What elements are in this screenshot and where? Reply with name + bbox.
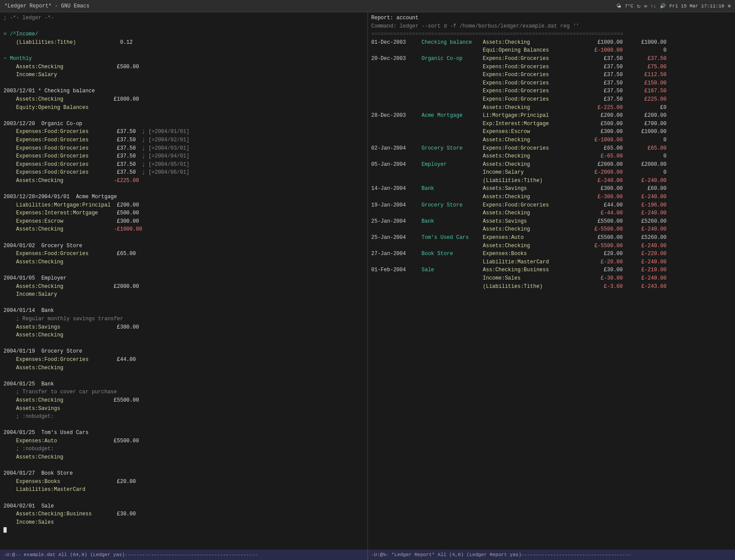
main-area: ; -*- ledger -*- = /^Income/ (Liabilitie… xyxy=(0,12,735,550)
report-row: Assets:Checking£-1000.000 xyxy=(371,136,732,144)
report-row: (Liabilities:Tithe)£-240.00£-240.00 xyxy=(371,177,732,185)
title-bar: *Ledger Report* - GNU Emacs 🌤 7°C ↻ ✉ ↑↓… xyxy=(0,0,735,12)
report-row: 27-Jan-2004Book StoreExpenses:Books£20.0… xyxy=(371,250,732,258)
report-row: 28-Dec-2003Acme MortgageLi:Mortgage:Prin… xyxy=(371,112,732,120)
line-escrow: Expenses:Escrow £300.00 xyxy=(4,217,364,226)
line-sale: 2004/02/01 Sale xyxy=(4,502,364,511)
report-row: Assets:Checking£-300.00£-240.00 xyxy=(371,193,732,201)
line-assets-checking-neg: Assets:Checking -£225.00 xyxy=(4,177,364,185)
line-assets-checking: Assets:Checking £500.00 xyxy=(4,63,364,71)
line-savings-comment: ; Regular monthly savings transfer xyxy=(4,315,364,323)
report-row: Assets:Checking£-225.00£0 xyxy=(371,104,732,112)
report-row: 19-Jan-2004Grocery StoreExpens:Food:Groc… xyxy=(371,201,732,210)
report-row: Expens:Food:Groceries£37.50£112.50 xyxy=(371,71,732,79)
line-blank10 xyxy=(4,372,364,380)
line-checking-ref3: Assets:Checking xyxy=(4,453,364,462)
line-book-store: 2004/01/27 Book Store xyxy=(4,469,364,478)
refresh-icon[interactable]: ↻ xyxy=(637,2,640,10)
line-groceries-1: Expenses:Food:Groceries £37.50 ; [=2004/… xyxy=(4,128,364,136)
right-pane-content: Report: account Command: ledger --sort d… xyxy=(371,14,732,290)
report-row: Assets:Checking£-5500.00£-240.00 xyxy=(371,242,732,250)
window-title: *Ledger Report* - GNU Emacs xyxy=(4,3,89,9)
line-blank4 xyxy=(4,112,364,120)
status-left-text: -U:@-- example.dat All (64,0) (Ledger ya… xyxy=(4,552,258,557)
report-command: Command: ledger --sort d -f /home/borbus… xyxy=(371,22,732,31)
line-equity: Equity:Opening Balances xyxy=(4,104,364,112)
line-blank5 xyxy=(4,185,364,193)
title-bar-right: 🌤 7°C ↻ ✉ ↑↓ 🔊 Fri 15 Mar 17:11:19 ⚙ xyxy=(616,2,731,10)
network-icon: ↑↓ xyxy=(651,4,656,9)
line-mortgage-principal: Liabilities:Mortgage:Principal £200.00 xyxy=(4,201,364,210)
line-groceries-5: Expenses:Food:Groceries £37.50 ; [=2004/… xyxy=(4,161,364,169)
line-groceries-44: Expenses:Food:Groceries £44.00 xyxy=(4,356,364,364)
line-groceries-6: Expenses:Food:Groceries £37.50 ; [=2004/… xyxy=(4,168,364,177)
line-assets-checking-1000: Assets:Checking £1000.00 xyxy=(4,95,364,104)
line-groceries-2: Expenses:Food:Groceries £37.50 ; [=2004/… xyxy=(4,136,364,144)
line-tithe: (Liabilities:Tithe) 0.12 xyxy=(4,38,364,47)
report-row: Expens:Food:Groceries£37.50£150.00 xyxy=(371,79,732,88)
line-groceries-4: Expenses:Food:Groceries £37.50 ; [=2004/… xyxy=(4,152,364,161)
report-row: Equi:Opening Balances£-1000.000 xyxy=(371,46,732,55)
left-pane-content: ; -*- ledger -*- = /^Income/ (Liabilitie… xyxy=(4,14,364,535)
line-income-rule: = /^Income/ xyxy=(4,30,364,38)
line-mastercard: Liabilities:MasterCard xyxy=(4,486,364,494)
line-blank7 xyxy=(4,266,364,274)
status-right-text: -U:@%- *Ledger Report* All (4,0) (Ledger… xyxy=(371,552,631,557)
line-nobudget2: ; :nobudget: xyxy=(4,445,364,453)
line-toms-cars: 2004/01/25 Tom's Used Cars xyxy=(4,429,364,437)
report-row: 01-Dec-2003Checking balanceAssets:Checki… xyxy=(371,38,732,47)
line-income-salary: Income:Salary xyxy=(4,71,364,79)
line-blank3 xyxy=(4,79,364,88)
line-blank11 xyxy=(4,421,364,429)
line-savings-ref: Assets:Savings xyxy=(4,405,364,413)
line-income-sales: Income:Sales xyxy=(4,518,364,527)
line-employer: 2004/01/05 Employer xyxy=(4,274,364,283)
report-row: 14-Jan-2004BankAssets:Savings£300.00£60.… xyxy=(371,185,732,193)
line-income-salary2: Income:Salary xyxy=(4,290,364,299)
line-nobudget1: ; :nobudget: xyxy=(4,413,364,421)
line-monthly: ~ Monthly xyxy=(4,55,364,63)
mail-icon[interactable]: ✉ xyxy=(644,3,647,9)
line-blank2 xyxy=(4,46,364,55)
report-row: 20-Dec-2003Organic Co-opExpens:Food:Groc… xyxy=(371,55,732,63)
settings-icon[interactable]: ⚙ xyxy=(728,3,731,9)
report-row: Expens:Food:Groceries£37.50£75.00 xyxy=(371,63,732,71)
report-row: Income:Salary£-2000.000 xyxy=(371,168,732,177)
line-2003-organic: 2003/12/20 Organic Co-op xyxy=(4,120,364,128)
line-interest: Expenses:Interest:Mortgage £500.00 xyxy=(4,209,364,217)
line-groceries-65: Expenses:Food:Groceries £65.00 xyxy=(4,250,364,258)
line-groceries-3: Expenses:Food:Groceries £37.50 ; [=2004/… xyxy=(4,144,364,153)
line-blank xyxy=(4,22,364,31)
report-row: (Liabilities:Tithe)£-3.60£-243.60 xyxy=(371,283,732,291)
line-cursor: █ xyxy=(4,526,364,535)
line-grocery-store2: 2004/01/19 Grocery Store xyxy=(4,347,364,356)
report-row: Assets:Checking£-5500.00£-240.00 xyxy=(371,225,732,234)
report-row: 01-Feb-2004SaleAss:Checking:Business£30.… xyxy=(371,266,732,274)
line-acme: 2003/12/28=2004/01/01 Acme Mortgage xyxy=(4,193,364,201)
left-pane[interactable]: ; -*- ledger -*- = /^Income/ (Liabilitie… xyxy=(0,12,368,550)
report-row: 02-Jan-2004Grocery StoreExpens:Food:Groc… xyxy=(371,144,732,153)
report-row: Exp:Interest:Mortgage£500.00£700.00 xyxy=(371,120,732,128)
line-blank12 xyxy=(4,462,364,470)
line-checking-2000: Assets:Checking £2000.00 xyxy=(4,283,364,291)
status-bar: -U:@-- example.dat All (64,0) (Ledger ya… xyxy=(0,550,735,560)
report-separator: ========================================… xyxy=(371,30,732,38)
line-blank9 xyxy=(4,340,364,348)
status-left: -U:@-- example.dat All (64,0) (Ledger ya… xyxy=(0,550,368,560)
weather-temp: 7°C xyxy=(625,4,634,9)
line-checking-ref2: Assets:Checking xyxy=(4,364,364,372)
line-bank2: 2004/01/25 Bank xyxy=(4,380,364,388)
line-assets-checking-ref: Assets:Checking xyxy=(4,258,364,266)
report-row: Liabilitie:MasterCard£-20.00£-240.00 xyxy=(371,258,732,266)
line-books-20: Expenses:Books £20.00 xyxy=(4,478,364,486)
report-row: 05-Jan-2004EmployerAssets:Checking£2000.… xyxy=(371,161,732,169)
line-blank8 xyxy=(4,299,364,307)
report-row: 25-Jan-2004Tom's Used CarsExpenses:Auto£… xyxy=(371,234,732,242)
right-pane[interactable]: Report: account Command: ledger --sort d… xyxy=(368,12,735,550)
clock: Fri 15 Mar 17:11:19 xyxy=(669,4,724,9)
volume-icon[interactable]: 🔊 xyxy=(660,3,666,9)
line-2004-grocery: 2004/01/02 Grocery Store xyxy=(4,242,364,250)
report-header: Report: account xyxy=(371,14,732,22)
line-comment: ; -*- ledger -*- xyxy=(4,14,364,22)
report-row: Assets:Checking£-44.00£-240.00 xyxy=(371,209,732,217)
